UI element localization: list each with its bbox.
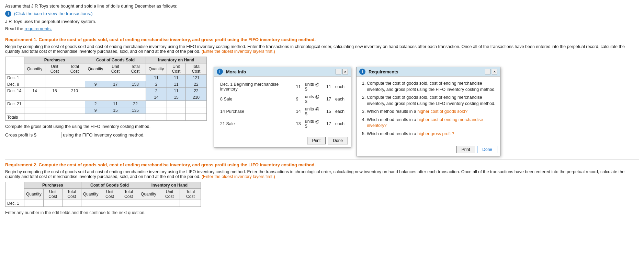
- requirements-done-button[interactable]: Done: [477, 146, 497, 153]
- table-row: [45, 107, 64, 114]
- more-info-done-button[interactable]: Done: [328, 137, 348, 144]
- inv-unit-cell: 11: [167, 81, 186, 88]
- transactions-link[interactable]: (Click the icon to view the transactions…: [14, 11, 93, 16]
- more-info-popup: i More Info − × Dec. 1 Beginning merchan…: [214, 67, 351, 147]
- compute-label: Compute the gross profit using the using…: [5, 124, 207, 129]
- table-row: [43, 200, 62, 207]
- inv-qty-cell: 11: [146, 75, 167, 81]
- requirements-link[interactable]: requirements.: [24, 26, 52, 31]
- table-row: [167, 101, 186, 107]
- table-row: [64, 75, 85, 81]
- table-row: [106, 88, 125, 94]
- intro-line1: Assume that J R Toys store bought and so…: [5, 3, 639, 9]
- purchases-header2: Purchases: [24, 182, 81, 189]
- more-info-header: i More Info − ×: [214, 67, 351, 76]
- date-header2: [5, 182, 24, 200]
- inv-total-cell: 22: [186, 88, 207, 94]
- totals-c-unit: [106, 114, 125, 121]
- totals-c-total-input[interactable]: [127, 115, 144, 120]
- table-row: [24, 200, 44, 207]
- requirements-popup: i Requirements − × Compute the cost of g…: [356, 67, 500, 156]
- table-row: [45, 94, 64, 101]
- i-qty-header2: Quantity: [138, 189, 159, 200]
- more-info-print-button[interactable]: Print: [307, 137, 326, 144]
- totals-p-qty-input[interactable]: [26, 115, 43, 120]
- more-info-table: Dec. 1 Beginning merchandise inventory 1…: [218, 81, 347, 130]
- requirements-actions: Print Done: [357, 143, 500, 156]
- table-row: Dec. 1: [5, 200, 24, 207]
- list-item: 21 Sale 13 units @ $ 17 each: [218, 118, 347, 130]
- more-info-body: Dec. 1 Beginning merchandise inventory 1…: [214, 76, 351, 134]
- lifo-table: Purchases Cost of Goods Sold Inventory o…: [5, 182, 201, 207]
- table-row: 210: [64, 88, 85, 94]
- table-row: [119, 200, 138, 207]
- p-total-header2: TotalCost: [62, 189, 81, 200]
- totals-c-total[interactable]: [125, 114, 146, 121]
- gross-profit-prefix: Gross profit is $: [5, 132, 36, 138]
- table-row: [5, 107, 24, 114]
- cogs-header: Cost of Goods Sold: [85, 57, 146, 63]
- p-unit-header: UnitCost: [45, 63, 64, 75]
- lifo-inv-total[interactable]: [180, 200, 201, 207]
- totals-p-total-input[interactable]: [66, 115, 83, 120]
- c-total-header: TotalCost: [125, 63, 146, 75]
- table-row: Dec. 8: [5, 81, 24, 88]
- table-row: [85, 75, 106, 81]
- totals-i-qty-input[interactable]: [148, 115, 165, 120]
- more-info-minimize[interactable]: −: [336, 69, 341, 74]
- intro-line3: Read the requirements.: [5, 26, 639, 31]
- totals-c-qty[interactable]: [85, 114, 106, 121]
- purchases-header: Purchases: [24, 57, 85, 63]
- more-info-close[interactable]: ×: [342, 69, 348, 74]
- totals-c-qty-input[interactable]: [87, 115, 104, 120]
- table-row: [81, 200, 100, 207]
- inv-unit-cell: 11: [167, 88, 186, 94]
- bottom-note: Enter any number in the edit fields and …: [5, 210, 639, 215]
- c-qty-header2: Quantity: [81, 189, 100, 200]
- totals-i-total-input[interactable]: [188, 115, 205, 120]
- table-row: [64, 101, 85, 107]
- lifo-inv-total-input[interactable]: [182, 201, 199, 206]
- totals-p-total[interactable]: [64, 114, 85, 121]
- list-item: Compute the cost of goods sold, cost of …: [367, 81, 496, 93]
- table-row: [106, 75, 125, 81]
- req1-title: Requirement 1. Compute the cost of goods…: [5, 37, 639, 42]
- table-row: [186, 107, 207, 114]
- date-header: [5, 57, 24, 75]
- intro-icon-link[interactable]: i (Click the icon to view the transactio…: [5, 11, 639, 17]
- c-unit-header: UnitCost: [106, 63, 125, 75]
- lifo-inv-unit[interactable]: [159, 200, 180, 207]
- table-row: [62, 200, 81, 207]
- i-unit-header: UnitCost: [167, 63, 186, 75]
- table-row: 14: [24, 88, 45, 94]
- lifo-inv-unit-input[interactable]: [161, 201, 178, 206]
- requirements-minimize[interactable]: −: [485, 69, 490, 74]
- cogs-unit-cell: 17: [106, 81, 125, 88]
- lifo-inv-qty[interactable]: [138, 200, 159, 207]
- table-row: [106, 94, 125, 101]
- table-row: [45, 101, 64, 107]
- table-row: [24, 107, 45, 114]
- table-row: [167, 107, 186, 114]
- p-unit-header2: UnitCost: [43, 189, 62, 200]
- i-unit-header2: UnitCost: [159, 189, 180, 200]
- requirements-controls: − ×: [485, 69, 497, 74]
- inv-qty-cell: 14: [146, 94, 167, 101]
- totals-p-qty[interactable]: [24, 114, 45, 121]
- table-row: [186, 101, 207, 107]
- gross-profit-area: Gross profit is $ using the FIFO invento…: [5, 132, 207, 138]
- list-item: Dec. 1 Beginning merchandise inventory 1…: [218, 81, 347, 93]
- table-row: [146, 101, 167, 107]
- gross-profit-input[interactable]: [38, 132, 62, 138]
- totals-i-qty[interactable]: [146, 114, 167, 121]
- requirements-close[interactable]: ×: [492, 69, 497, 74]
- table-row: 15: [45, 88, 64, 94]
- lifo-inv-qty-input[interactable]: [140, 201, 157, 206]
- totals-i-total[interactable]: [186, 114, 207, 121]
- totals-p-unit: [45, 114, 64, 121]
- list-item: Which method results in a higher gross p…: [367, 131, 496, 137]
- table-row: [64, 94, 85, 101]
- requirements-print-button[interactable]: Print: [456, 146, 475, 153]
- req1-body: Begin by computing the cost of goods sol…: [5, 44, 639, 54]
- table-row: [45, 75, 64, 81]
